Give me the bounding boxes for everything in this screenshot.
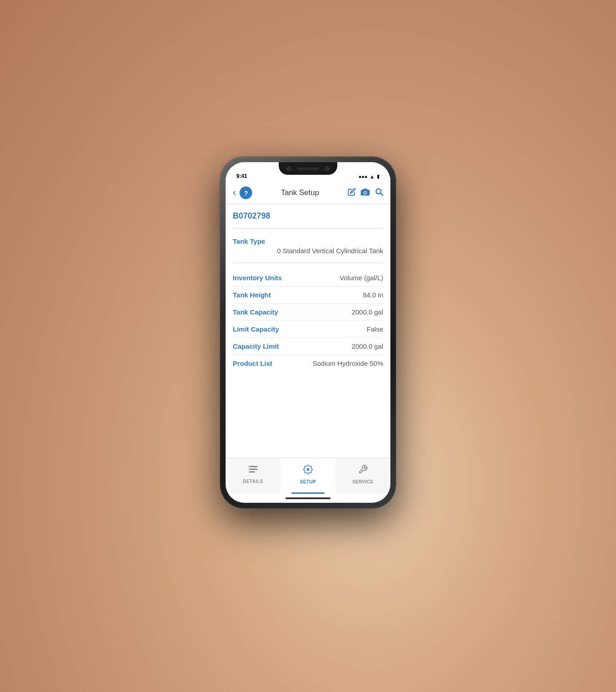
- camera-icon[interactable]: [360, 188, 370, 198]
- field-label-tank-height: Tank Height: [233, 291, 271, 299]
- face-id-sensor: [325, 166, 329, 171]
- field-label-tank-capacity: Tank Capacity: [233, 308, 278, 316]
- svg-line-3: [380, 193, 383, 196]
- search-icon[interactable]: [375, 187, 383, 198]
- app-content: B0702798 Tank Type 0 Standard Vertical C…: [226, 204, 390, 458]
- tab-details[interactable]: DETAILS: [226, 458, 281, 494]
- field-label-tank-type: Tank Type: [233, 237, 383, 245]
- svg-point-11: [249, 469, 250, 469]
- header-title: Tank Setup: [252, 188, 348, 197]
- tab-service-icon: [358, 464, 368, 477]
- field-label-limit-capacity: Limit Capacity: [233, 325, 279, 333]
- tab-details-label: DETAILS: [243, 479, 263, 484]
- tab-service-label: SERVICE: [352, 479, 373, 484]
- divider-2: [233, 263, 383, 263]
- tab-service[interactable]: SERVICE: [335, 458, 390, 494]
- field-label-capacity-limit: Capacity Limit: [233, 342, 279, 350]
- field-value-limit-capacity: False: [283, 325, 383, 333]
- app-header: ‹ ? Tank Setup: [226, 182, 390, 204]
- svg-point-1: [364, 191, 367, 194]
- field-row-tank-type: Tank Type 0 Standard Vertical Cylindrica…: [233, 235, 383, 259]
- home-indicator: [226, 494, 390, 503]
- status-icons: ●●● ▲ ▮: [358, 173, 380, 179]
- header-right: [348, 187, 383, 198]
- signal-icon: ●●●: [358, 174, 367, 179]
- tab-setup[interactable]: SETUP: [281, 458, 335, 494]
- header-left: ‹ ?: [233, 187, 252, 199]
- speaker: [297, 168, 319, 170]
- record-id: B0702798: [233, 211, 383, 221]
- svg-point-12: [249, 471, 250, 472]
- phone-shell: 9:41 ●●● ▲ ▮ ‹ ? Tank Setup: [220, 157, 396, 508]
- field-value-tank-capacity: 2000.0 gal: [282, 308, 383, 316]
- edit-icon[interactable]: [348, 188, 356, 198]
- field-value-capacity-limit: 2000.0 gal: [283, 342, 383, 350]
- field-value-tank-height: 84.0 in: [275, 291, 383, 299]
- field-row-inventory-units: Inventory Units Volume (gal/L): [233, 269, 383, 287]
- svg-point-2: [376, 189, 381, 194]
- field-value-inventory-units: Volume (gal/L): [285, 274, 383, 282]
- field-label-product-list: Product List: [233, 360, 272, 367]
- field-row-product-list: Product List Sodium Hydroxide 50%: [233, 355, 383, 372]
- help-button[interactable]: ?: [240, 187, 252, 199]
- field-row-tank-height: Tank Height 84.0 in: [233, 287, 383, 304]
- svg-point-10: [249, 466, 250, 467]
- front-camera: [287, 166, 291, 171]
- field-value-product-list: Sodium Hydroxide 50%: [276, 360, 383, 367]
- tab-details-icon: [248, 465, 258, 477]
- divider: [233, 228, 383, 228]
- tab-setup-label: SETUP: [300, 479, 316, 484]
- tab-setup-icon: [303, 464, 313, 477]
- back-button[interactable]: ‹: [233, 188, 236, 198]
- field-row-tank-capacity: Tank Capacity 2000.0 gal: [233, 304, 383, 321]
- battery-icon: ▮: [377, 173, 380, 179]
- field-row-capacity-limit: Capacity Limit 2000.0 gal: [233, 338, 383, 355]
- field-label-inventory-units: Inventory Units: [233, 274, 282, 282]
- tab-bar: DETAILS SETUP: [226, 458, 390, 494]
- status-time: 9:41: [236, 173, 247, 179]
- wifi-icon: ▲: [370, 174, 375, 179]
- phone-notch: [279, 162, 337, 175]
- home-bar: [285, 497, 331, 499]
- phone-screen: 9:41 ●●● ▲ ▮ ‹ ? Tank Setup: [226, 162, 390, 503]
- phone-wrapper: 9:41 ●●● ▲ ▮ ‹ ? Tank Setup: [220, 157, 396, 508]
- field-value-tank-type: 0 Standard Vertical Cylindrical Tank: [233, 247, 383, 255]
- field-row-limit-capacity: Limit Capacity False: [233, 321, 383, 338]
